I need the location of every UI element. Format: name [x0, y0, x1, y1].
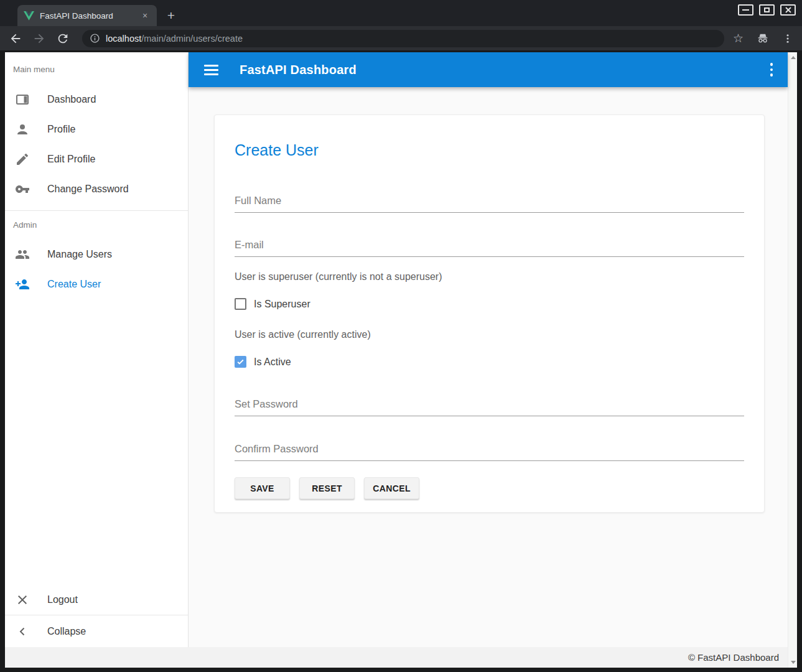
- full-name-field[interactable]: [235, 195, 744, 213]
- address-bar[interactable]: localhost/main/admin/users/create: [82, 30, 724, 47]
- key-icon: [15, 182, 30, 197]
- minimize-icon: [742, 9, 749, 11]
- url-path: /main/admin/users/create: [141, 34, 243, 44]
- chevron-left-icon: [15, 624, 30, 639]
- url-host: localhost: [106, 34, 141, 44]
- check-icon: [236, 358, 245, 366]
- confirm-password-input[interactable]: [235, 443, 744, 455]
- tab-title: FastAPI Dashboard: [40, 11, 139, 21]
- back-icon[interactable]: [9, 32, 22, 45]
- close-icon: [785, 6, 792, 14]
- browser-window: FastAPI Dashboard × + localhost/main/adm…: [0, 0, 802, 672]
- superuser-checkbox[interactable]: [235, 298, 246, 310]
- confirm-password-field[interactable]: [235, 443, 744, 461]
- sidebar-section-main-menu: Main menu: [5, 63, 188, 76]
- superuser-checkbox-label: Is Superuser: [254, 299, 310, 310]
- pencil-icon: [15, 152, 30, 167]
- active-checkbox[interactable]: [235, 356, 246, 368]
- incognito-icon: [756, 32, 770, 45]
- form-buttons: SAVE RESET CANCEL: [235, 477, 744, 499]
- person-add-icon: [15, 277, 30, 292]
- appbar-menu-icon[interactable]: [770, 63, 773, 77]
- vue-logo-icon: [24, 11, 34, 21]
- people-icon: [15, 247, 30, 262]
- url-text: localhost/main/admin/users/create: [106, 34, 243, 44]
- save-button[interactable]: SAVE: [235, 477, 290, 499]
- email-input[interactable]: [235, 239, 744, 251]
- site-info-icon[interactable]: [90, 33, 100, 44]
- reset-button[interactable]: RESET: [299, 477, 355, 499]
- sidebar-item-label: Profile: [47, 124, 75, 135]
- sidebar-item-label: Edit Profile: [47, 154, 95, 165]
- sidebar-item-logout[interactable]: Logout: [5, 585, 188, 615]
- person-icon: [15, 122, 30, 137]
- superuser-checkbox-row[interactable]: Is Superuser: [235, 298, 744, 310]
- sidebar-item-label: Create User: [47, 279, 101, 290]
- window-controls: [738, 4, 796, 16]
- page-scrollbar[interactable]: [788, 52, 797, 668]
- sidebar-divider: [5, 210, 188, 211]
- close-button[interactable]: [780, 4, 796, 16]
- maximize-icon: [764, 7, 770, 12]
- new-tab-button[interactable]: +: [163, 7, 179, 24]
- sidebar-section-admin: Admin: [5, 219, 188, 231]
- active-hint: User is active (currently active): [235, 329, 744, 340]
- sidebar-item-manage-users[interactable]: Manage Users: [5, 240, 188, 269]
- sidebar-item-profile[interactable]: Profile: [5, 114, 188, 144]
- active-checkbox-row[interactable]: Is Active: [235, 356, 744, 368]
- minimize-button[interactable]: [738, 4, 753, 16]
- set-password-input[interactable]: [235, 398, 744, 410]
- sidebar: Main menu Dashboard Profile Edit Profile: [5, 52, 189, 647]
- sidebar-item-label: Logout: [47, 594, 78, 605]
- set-password-field[interactable]: [235, 398, 744, 416]
- bookmark-star-icon[interactable]: ☆: [733, 32, 744, 44]
- close-x-icon: [15, 592, 30, 607]
- browser-menu-icon[interactable]: [782, 33, 793, 44]
- dashboard-icon: [15, 92, 30, 107]
- maximize-button[interactable]: [759, 4, 775, 16]
- scrollbar-down-arrow[interactable]: [788, 658, 797, 667]
- sidebar-item-label: Collapse: [47, 626, 86, 637]
- browser-tab[interactable]: FastAPI Dashboard ×: [17, 5, 157, 26]
- create-user-card: Create User User is superuser (currently…: [214, 114, 765, 513]
- tab-close-icon[interactable]: ×: [139, 10, 151, 21]
- superuser-hint: User is superuser (currently is not a su…: [235, 271, 744, 282]
- footer-copyright: © FastAPI Dashboard: [688, 652, 779, 663]
- forward-icon[interactable]: [32, 32, 46, 45]
- page-title: Create User: [235, 141, 744, 159]
- sidebar-item-label: Dashboard: [47, 94, 96, 105]
- scrollbar-up-arrow[interactable]: [788, 53, 797, 62]
- tab-strip: FastAPI Dashboard × +: [0, 0, 802, 26]
- sidebar-item-label: Change Password: [47, 184, 129, 195]
- hamburger-menu-icon[interactable]: [204, 65, 218, 75]
- app-bar: FastAPI Dashboard: [189, 52, 788, 87]
- sidebar-item-label: Manage Users: [47, 249, 112, 260]
- sidebar-item-create-user[interactable]: Create User: [5, 269, 188, 299]
- sidebar-item-edit-profile[interactable]: Edit Profile: [5, 144, 188, 174]
- toolbar-right: ☆: [733, 32, 793, 45]
- sidebar-item-collapse[interactable]: Collapse: [5, 615, 188, 647]
- email-field[interactable]: [235, 239, 744, 257]
- app-title: FastAPI Dashboard: [240, 63, 357, 77]
- sidebar-bottom: Logout Collapse: [5, 585, 188, 647]
- cancel-button[interactable]: CANCEL: [364, 477, 419, 499]
- full-name-input[interactable]: [235, 195, 744, 207]
- active-checkbox-label: Is Active: [254, 357, 291, 368]
- footer: © FastAPI Dashboard: [5, 647, 788, 668]
- page: Main menu Dashboard Profile Edit Profile: [5, 52, 797, 668]
- sidebar-item-change-password[interactable]: Change Password: [5, 174, 188, 204]
- browser-toolbar: localhost/main/admin/users/create ☆: [0, 26, 802, 50]
- sidebar-item-dashboard[interactable]: Dashboard: [5, 85, 188, 114]
- main-content: Create User User is superuser (currently…: [189, 87, 788, 647]
- reload-icon[interactable]: [56, 32, 70, 45]
